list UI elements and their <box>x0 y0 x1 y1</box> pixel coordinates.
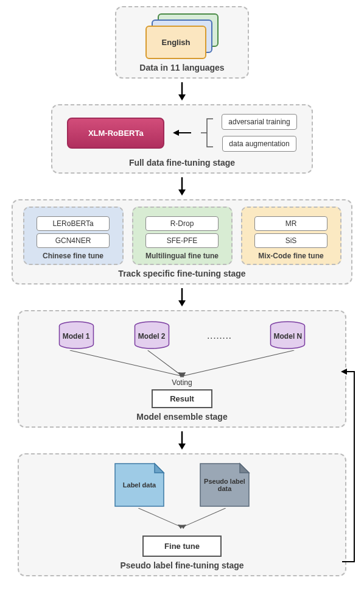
arrow-down-icon <box>6 428 358 453</box>
svg-line-19 <box>138 508 181 527</box>
merge-lines-icon <box>26 508 338 530</box>
svg-line-20 <box>183 508 226 527</box>
label-data-doc: Label data <box>112 461 167 509</box>
model2-db: Model 2 <box>132 321 172 352</box>
stage3-label: Track specific fine-tuning stage <box>20 269 344 278</box>
finetune-box: Fine tune <box>142 536 222 557</box>
svg-marker-5 <box>178 189 186 196</box>
stage4-label: Model ensemble stage <box>26 412 338 422</box>
model1-db: Model 1 <box>57 321 96 352</box>
voting-label: Voting <box>26 378 338 387</box>
stage2-label: Full data fine-tuning stage <box>60 158 304 168</box>
stage-track-finetune: LERoBERTa GCN4NER Chinese fine tune R-Dr… <box>12 199 352 285</box>
stage1-label: Data in 11 languages <box>124 63 240 72</box>
multilingual-finetune-box: R-Drop SFE-PFE Multilingual fine tune <box>132 207 233 265</box>
voting-lines-icon <box>26 350 338 378</box>
sfe-pfe-tag: SFE-PFE <box>145 233 219 248</box>
sis-tag: SiS <box>254 233 327 248</box>
svg-marker-7 <box>178 300 186 306</box>
xlm-roberta-label: XLM-RoBERTa <box>88 129 144 138</box>
stage-data: English Data in 11 languages <box>115 6 249 79</box>
stage5-label: Pseudo label fine-tuning stage <box>26 560 338 570</box>
multilingual-finetune-label: Multilingual fine tune <box>139 252 225 260</box>
chinese-finetune-label: Chinese fine tune <box>30 252 116 260</box>
arrow-down-icon <box>6 285 358 310</box>
stage-pseudo-label: Label data Pseudo label data Fine tune P… <box>18 453 346 576</box>
data-augmentation-box: data augmentation <box>222 136 296 152</box>
lang-card-label: English <box>162 38 191 47</box>
label-data-text: Label data <box>119 481 159 489</box>
modeln-label: Model N <box>274 332 303 341</box>
model1-label: Model 1 <box>63 332 90 341</box>
model2-label: Model 2 <box>138 332 166 341</box>
chinese-finetune-box: LERoBERTa GCN4NER Chinese fine tune <box>23 207 124 265</box>
svg-marker-23 <box>341 369 347 375</box>
feedback-arrow-icon <box>338 367 357 568</box>
arrow-down-icon <box>6 174 358 199</box>
svg-line-11 <box>70 350 181 376</box>
mr-tag: MR <box>254 216 327 231</box>
ellipsis-icon: ........ <box>208 333 232 340</box>
leroberta-tag: LERoBERTa <box>37 216 110 231</box>
xlm-roberta-block: XLM-RoBERTa <box>67 118 164 149</box>
stage-full-finetune: XLM-RoBERTa adversarial training data au… <box>51 104 313 174</box>
stage-ensemble: Model 1 Model 2 ........ Model N Voting … <box>18 310 346 428</box>
arrow-down-icon <box>6 79 358 104</box>
result-box: Result <box>152 389 212 408</box>
rdrop-tag: R-Drop <box>145 216 219 231</box>
adversarial-training-box: adversarial training <box>222 114 296 130</box>
pseudo-label-data-doc: Pseudo label data <box>197 461 252 509</box>
arrow-left-icon <box>173 127 192 139</box>
svg-marker-1 <box>178 94 186 101</box>
svg-marker-3 <box>173 130 179 136</box>
modeln-db: Model N <box>268 321 307 352</box>
svg-line-13 <box>183 350 294 376</box>
svg-marker-18 <box>178 444 186 450</box>
mixcode-finetune-box: MR SiS Mix-Code fine tune <box>241 207 341 265</box>
gcn4ner-tag: GCN4NER <box>37 233 110 248</box>
mixcode-finetune-label: Mix-Code fine tune <box>248 252 334 260</box>
pseudo-label-data-text: Pseudo label data <box>197 478 252 492</box>
language-cards: English <box>145 13 219 59</box>
lang-card-english: English <box>145 26 206 59</box>
